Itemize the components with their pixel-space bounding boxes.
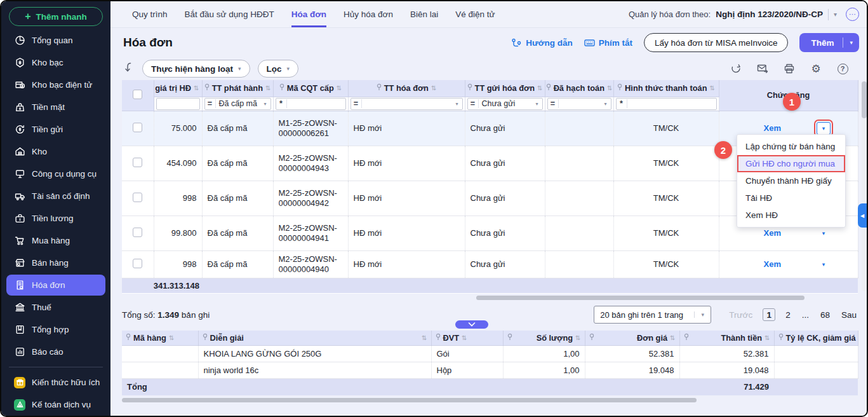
tab-bat-dau-su-dung-hddt[interactable]: Bắt đầu sử dụng HĐĐT — [185, 1, 274, 27]
pin-icon[interactable] — [684, 333, 689, 343]
sidebar-item-kho-bac-dien-tu[interactable]: Kho bạc điện tử — [6, 74, 105, 95]
sort-icon[interactable]: ⇅ — [194, 85, 199, 92]
sort-icon[interactable]: ⇅ — [265, 85, 270, 92]
row-actions-dropdown[interactable]: ▾ — [817, 227, 831, 240]
sidebar-item-mua-hang[interactable]: Mua hàng — [6, 230, 105, 251]
scrollbar-thumb[interactable] — [862, 81, 867, 118]
sidebar-item-kien-thuc-huu-ich[interactable]: Kiến thức hữu ích — [6, 372, 105, 393]
sidebar-item-ban-hang[interactable]: Bán hàng — [6, 252, 105, 273]
sidebar-item-tien-mat[interactable]: Tiền mặt — [6, 97, 105, 118]
filter-operator[interactable]: * — [276, 99, 287, 108]
row-checkbox[interactable] — [133, 259, 142, 268]
row-checkbox[interactable] — [133, 158, 142, 167]
col-header-tt-phat-hanh[interactable]: TT phát hành⇅ — [202, 80, 273, 97]
settings-gear-icon[interactable]: ⚙ — [810, 62, 822, 75]
sidebar-item-ke-toan-dich-vu[interactable]: Kế toán dịch vụ — [6, 394, 105, 415]
page-1-button[interactable]: 1 — [763, 308, 775, 321]
vertical-scrollbar[interactable] — [862, 81, 867, 291]
page-2-button[interactable]: 2 — [784, 310, 792, 320]
row-actions-dropdown[interactable]: ▾ — [817, 258, 831, 271]
pin-icon[interactable] — [507, 333, 512, 343]
view-invoice-link[interactable]: Xem — [764, 228, 781, 238]
chevron-down-icon[interactable]: ▾ — [834, 11, 837, 18]
pin-icon[interactable] — [126, 333, 131, 343]
col-header-hinh-thuc-thanh-toan[interactable]: Hình thức thanh toán⇅ — [613, 80, 719, 97]
col-header-tt-gui-hoa-don[interactable]: TT gửi hóa đơn⇅ — [465, 80, 545, 97]
sidebar-item-tong-quan[interactable]: Tổng quan — [6, 30, 105, 51]
sidebar-item-cong-cu-dung-cu[interactable]: Công cụ dụng cụ — [6, 163, 105, 184]
pin-icon[interactable] — [589, 333, 594, 343]
tab-bien-lai[interactable]: Biên lai — [410, 1, 438, 27]
pin-icon[interactable] — [617, 83, 622, 93]
chevron-down-icon[interactable]: ▾ — [601, 101, 611, 107]
collapse-detail-handle[interactable] — [455, 320, 488, 329]
pin-icon[interactable] — [377, 83, 382, 93]
filter-operator[interactable]: = — [548, 99, 559, 108]
jump-to-icon[interactable] — [123, 62, 135, 76]
menu-item-chuyen-thanh-hd-giay[interactable]: Chuyển thành HĐ giấy — [737, 172, 845, 189]
detail-row[interactable]: ninja world 16c Hộp 1,00 19.048 19.048 — [122, 362, 858, 378]
col-header-gia-tri-hd[interactable]: giá trị HĐ⇅ — [154, 80, 202, 97]
menu-item-tai-hd[interactable]: Tải HĐ — [737, 189, 845, 207]
page-68-button[interactable]: 68 — [819, 310, 831, 320]
print-icon[interactable] — [783, 62, 796, 75]
batch-action-button[interactable]: Thực hiện hàng loạt ▾ — [142, 60, 250, 78]
sidebar-item-tong-hop[interactable]: Tổng hợp — [6, 319, 105, 340]
tab-hoa-don[interactable]: Hóa đơn — [291, 1, 326, 27]
chevron-down-icon[interactable]: ▾ — [452, 101, 462, 107]
pin-icon[interactable] — [436, 333, 441, 343]
prev-page-button[interactable]: Trước — [728, 310, 754, 320]
detail-horizontal-scrollbar[interactable] — [122, 398, 697, 402]
chevron-down-icon[interactable]: ▾ — [843, 39, 859, 46]
tab-ve-dien-tu[interactable]: Vé điện tử — [455, 1, 495, 27]
filter-operator[interactable]: = — [205, 99, 216, 108]
chevron-down-icon[interactable]: ▾ — [260, 101, 270, 107]
col-header-thanh-tien[interactable]: Thành tiền⇅ — [679, 331, 774, 345]
menu-item-xem-hd[interactable]: Xem HĐ — [737, 207, 845, 224]
pin-icon[interactable] — [546, 83, 551, 93]
sort-icon[interactable]: ⇅ — [431, 85, 436, 92]
pin-icon[interactable] — [204, 83, 210, 93]
col-header-tt-hoa-don[interactable]: TT hóa đơn⇅ — [348, 80, 465, 97]
next-page-button[interactable]: Sau — [840, 310, 858, 320]
sort-icon[interactable]: ⇅ — [422, 334, 427, 341]
col-header-da-hach-toan[interactable]: Đã hạch toán⇅ — [545, 80, 613, 97]
filter-operator[interactable]: = — [468, 99, 479, 108]
pin-icon[interactable] — [778, 333, 784, 343]
sort-icon[interactable]: ⇅ — [710, 85, 715, 92]
col-header-dvt[interactable]: ĐVT⇅ — [431, 331, 503, 345]
sort-icon[interactable]: ⇅ — [337, 85, 342, 92]
send-mail-icon[interactable] — [756, 62, 769, 75]
add-invoice-button[interactable]: Thêm ▾ — [799, 33, 859, 52]
refresh-icon[interactable] — [730, 62, 742, 75]
sidebar-item-tien-gui[interactable]: Tiền gửi — [6, 119, 105, 140]
col-header-ty-le-ck[interactable]: Tỷ lệ CK, giảm giá — [774, 331, 858, 345]
issue-status-filter-input[interactable]: Đã cấp mã — [216, 99, 260, 108]
row-checkbox[interactable] — [133, 193, 142, 202]
sidebar-item-tai-san-co-dinh[interactable]: Tài sản cố định — [6, 186, 105, 207]
send-status-filter-input[interactable]: Chưa gửi — [479, 99, 532, 108]
collapse-panel-tab[interactable]: ◀ — [858, 203, 867, 228]
filter-operator[interactable]: * — [617, 99, 627, 108]
col-header-so-luong[interactable]: Số lượng⇅ — [503, 331, 585, 345]
sort-icon[interactable]: ⇅ — [537, 85, 542, 92]
get-meinvoice-button[interactable]: Lấy hóa đơn từ MISA meInvoice — [644, 33, 789, 52]
chevron-down-icon[interactable]: ▾ — [532, 101, 542, 107]
sort-icon[interactable]: ⇅ — [462, 334, 467, 341]
guide-link[interactable]: Hướng dẫn — [511, 38, 572, 48]
sidebar-item-kho[interactable]: Kho — [6, 141, 105, 162]
menu-item-lap-chung-tu[interactable]: Lập chứng từ bán hàng — [737, 138, 845, 155]
quick-add-button[interactable]: + Thêm nhanh — [9, 7, 103, 26]
sort-icon[interactable]: ⇅ — [607, 85, 612, 92]
filter-button[interactable]: Lọc ▾ — [258, 60, 299, 78]
menu-item-gui-hd-cho-nguoi-mua[interactable]: Gửi HĐ cho người mua — [737, 155, 845, 172]
sort-icon[interactable]: ⇅ — [765, 334, 770, 341]
horizontal-scrollbar[interactable] — [476, 296, 805, 300]
tab-huy-hoa-don[interactable]: Hủy hóa đơn — [344, 1, 393, 27]
col-header-dien-giai[interactable]: Diễn giải⇅ — [198, 331, 431, 345]
detail-row[interactable]: KHOIA LANG GỪNG GÓI 250G Gói 1,00 52.381… — [122, 345, 858, 362]
view-invoice-link[interactable]: Xem — [764, 123, 781, 133]
row-checkbox[interactable] — [133, 228, 142, 237]
pin-icon[interactable] — [279, 83, 284, 93]
col-header-ma-cqt[interactable]: Mã CQT cấp⇅ — [273, 80, 348, 97]
